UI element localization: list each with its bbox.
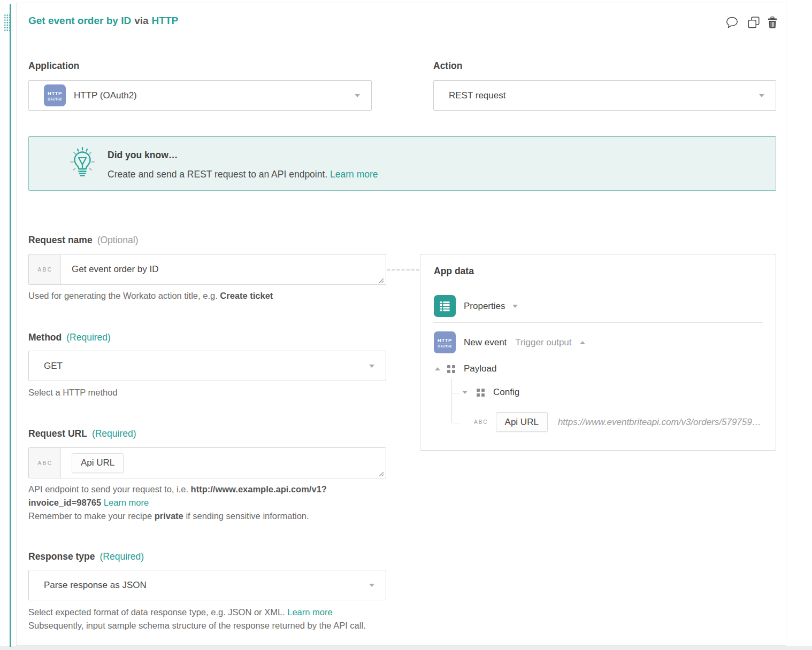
http-icon-bottom-text: OAUTH2 <box>438 345 451 348</box>
request-name-input[interactable]: ABC Get event order by ID <box>28 254 386 285</box>
request-name-label: Request name(Optional) <box>28 235 138 246</box>
request-url-help2-tail: if sending sensitive information. <box>183 511 309 521</box>
response-type-select-value: Parse response as JSON <box>44 580 147 591</box>
api-url-node: ABC Api URL https://www.eventbriteapi.co… <box>474 412 761 432</box>
comment-icon <box>726 17 738 28</box>
panel-divider <box>433 322 763 323</box>
new-event-label: New event <box>464 337 507 348</box>
method-select[interactable]: GET <box>28 351 386 381</box>
config-label: Config <box>493 387 519 398</box>
application-label: Application <box>28 60 79 72</box>
response-type-label: Response type(Required) <box>28 551 144 562</box>
tip-body: Create and send a REST request to an API… <box>108 169 378 180</box>
method-select-value: GET <box>44 361 63 372</box>
properties-row[interactable]: Properties <box>434 295 518 317</box>
copy-icon <box>748 17 760 28</box>
collapse-triangle-icon <box>435 367 440 370</box>
app-data-title: App data <box>434 266 474 277</box>
http-icon-top-text: HTTP <box>438 337 452 344</box>
method-required-flag: (Required) <box>66 332 111 343</box>
request-url-label-text: Request URL <box>28 428 87 439</box>
chevron-down-icon <box>759 94 764 97</box>
step-title-app: HTTP <box>152 15 179 26</box>
step-title-connector: via <box>134 15 148 26</box>
action-select[interactable]: REST request <box>433 80 776 111</box>
comment-button[interactable] <box>725 16 739 29</box>
request-name-help-example: Create ticket <box>220 291 273 300</box>
request-url-help2-text: Remember to make your recipe <box>28 511 155 521</box>
response-type-learn-more-link[interactable]: Learn more <box>287 607 332 617</box>
text-type-badge: ABC <box>29 448 61 478</box>
trigger-output-label: Trigger output <box>515 337 571 348</box>
application-select-value: HTTP (OAuth2) <box>74 90 137 101</box>
api-url-datapill[interactable]: Api URL <box>72 453 124 473</box>
config-node[interactable]: Config <box>462 387 519 398</box>
lightbulb-icon <box>67 146 97 180</box>
step-title-name: Get event order by ID <box>28 15 131 26</box>
tree-line <box>451 393 460 393</box>
tree-line <box>451 423 459 423</box>
did-you-know-banner: Did you know… Create and send a REST req… <box>28 136 776 191</box>
payload-label: Payload <box>464 363 496 374</box>
request-url-help-text: API endpoint to send your request to, i.… <box>28 484 191 494</box>
step-accent-rail <box>10 4 11 647</box>
text-type-badge: ABC <box>474 419 488 425</box>
request-url-input[interactable]: ABC Api URL <box>28 447 386 478</box>
request-url-required-flag: (Required) <box>92 428 136 439</box>
request-url-help: API endpoint to send your request to, i.… <box>28 483 397 523</box>
request-url-help2-private: private <box>155 511 183 521</box>
http-oauth2-app-icon: HTTP OAUTH2 <box>434 331 456 353</box>
step-title[interactable]: Get event order by IDviaHTTP <box>28 15 178 27</box>
action-label: Action <box>433 60 462 72</box>
request-name-label-text: Request name <box>28 235 93 245</box>
new-event-row[interactable]: HTTP OAUTH2 New event Trigger output <box>434 331 585 353</box>
response-type-help-text: Select expected format of data response … <box>28 607 287 617</box>
chevron-down-icon <box>369 365 374 368</box>
text-type-badge: ABC <box>29 254 61 284</box>
response-type-label-text: Response type <box>28 551 95 562</box>
payload-node[interactable]: Payload <box>435 363 496 374</box>
http-icon-top-text: HTTP <box>48 90 62 97</box>
api-url-sample-value: https://www.eventbriteapi.com/v3/orders/… <box>558 417 761 428</box>
method-help: Select a HTTP method <box>28 386 118 399</box>
method-label: Method(Required) <box>28 332 111 343</box>
chevron-down-icon <box>355 94 360 97</box>
response-type-required-flag: (Required) <box>99 551 144 562</box>
object-grid-icon <box>447 365 455 373</box>
chevron-down-icon <box>512 305 518 308</box>
datapill-connector-line <box>387 269 419 270</box>
http-oauth2-app-icon: HTTP OAUTH2 <box>44 84 66 106</box>
tree-line <box>451 378 452 423</box>
page-bottom-strip <box>0 646 812 650</box>
copy-button[interactable] <box>747 16 761 29</box>
request-url-label: Request URL(Required) <box>28 428 136 439</box>
tip-body-text: Create and send a REST request to an API… <box>108 169 330 180</box>
step-drag-handle[interactable] <box>4 14 10 32</box>
application-select[interactable]: HTTP OAUTH2 HTTP (OAuth2) <box>28 80 372 111</box>
request-name-value: Get event order by ID <box>61 254 386 284</box>
resize-handle[interactable] <box>378 277 384 283</box>
object-grid-icon <box>477 389 485 397</box>
method-label-text: Method <box>28 332 62 343</box>
request-name-optional-flag: (Optional) <box>97 235 139 245</box>
expand-triangle-icon <box>462 391 468 394</box>
resize-handle[interactable] <box>378 470 384 477</box>
app-data-panel: App data Properties HTTP OAUTH2 New even… <box>420 254 776 451</box>
response-type-help: Select expected format of data response … <box>28 606 384 632</box>
tip-title: Did you know… <box>108 150 178 161</box>
properties-icon <box>434 295 456 317</box>
request-name-help-text: Used for generating the Workato action t… <box>28 291 220 300</box>
delete-button[interactable] <box>765 16 779 29</box>
chevron-up-icon <box>580 341 585 344</box>
response-type-help2-text: Subsequently, input sample schema struct… <box>28 621 366 630</box>
trash-icon <box>768 17 777 28</box>
http-icon-bottom-text: OAUTH2 <box>48 98 62 101</box>
properties-label: Properties <box>464 301 505 312</box>
api-url-datapill[interactable]: Api URL <box>496 412 548 432</box>
action-select-value: REST request <box>449 90 505 101</box>
request-name-help: Used for generating the Workato action t… <box>28 289 273 303</box>
tip-learn-more-link[interactable]: Learn more <box>330 169 378 180</box>
chevron-down-icon <box>369 584 374 587</box>
response-type-select[interactable]: Parse response as JSON <box>28 570 386 600</box>
request-url-learn-more-link[interactable]: Learn more <box>104 498 149 507</box>
